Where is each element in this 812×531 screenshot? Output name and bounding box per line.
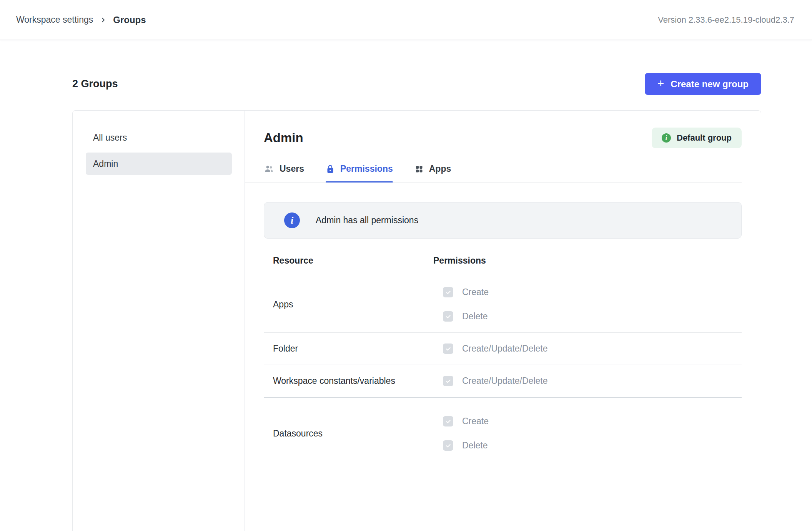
info-icon: i [284, 212, 300, 228]
groups-sidebar: All users Admin [73, 111, 245, 531]
topbar: Workspace settings Groups Version 2.33.6… [0, 0, 812, 40]
permission-label: Create/Update/Delete [462, 343, 547, 354]
grid-icon [414, 164, 424, 174]
resource-label: Apps [264, 299, 433, 310]
groups-page: 2 Groups + Create new group All users Ad… [72, 73, 761, 531]
tab-permissions-label: Permissions [340, 164, 393, 174]
breadcrumb-current-groups: Groups [113, 15, 146, 25]
plus-icon: + [657, 78, 664, 89]
groups-count-heading: 2 Groups [72, 78, 118, 90]
panel-head: Admin i Default group [264, 128, 742, 148]
table-row-datasources: Datasources Create Delete [264, 398, 742, 461]
tab-apps-label: Apps [429, 164, 451, 174]
permission-line: Create [443, 287, 742, 297]
table-row-apps: Apps Create Delete [264, 276, 742, 333]
sidebar-item-label: Admin [93, 159, 118, 169]
permission-label: Create [462, 287, 489, 297]
table-row-folder: Folder Create/Update/Delete [264, 333, 742, 365]
check-icon [445, 443, 451, 449]
resource-column-header: Resource [264, 256, 433, 266]
sidebar-item-label: All users [93, 133, 127, 143]
permissions-table: Resource Permissions Apps Create [264, 256, 742, 461]
permissions-column-header: Permissions [433, 256, 742, 266]
groups-card: All users Admin Admin i Default group [72, 110, 761, 531]
create-new-group-label: Create new group [671, 79, 749, 90]
permission-checkbox-checked-disabled [443, 440, 453, 451]
tab-users[interactable]: Users [264, 164, 304, 182]
default-group-badge: i Default group [652, 128, 742, 148]
permission-line: Create/Update/Delete [443, 376, 742, 386]
tab-apps[interactable]: Apps [414, 164, 451, 182]
check-icon [445, 346, 451, 352]
permission-line: Create/Update/Delete [443, 343, 742, 354]
tab-permissions[interactable]: Permissions [326, 164, 393, 182]
page-head: 2 Groups + Create new group [72, 73, 761, 95]
table-row-workspace-constants: Workspace constants/variables Create/Upd… [264, 365, 742, 398]
permission-label: Create [462, 416, 489, 426]
group-title: Admin [264, 131, 303, 145]
tab-users-label: Users [280, 164, 304, 174]
sidebar-item-all-users[interactable]: All users [86, 126, 232, 149]
table-header-row: Resource Permissions [264, 256, 742, 276]
permission-checkbox-checked-disabled [443, 287, 453, 297]
permission-line: Delete [443, 311, 742, 322]
resource-label: Folder [264, 343, 433, 354]
default-group-badge-label: Default group [677, 133, 732, 143]
permission-group: Create Delete [433, 416, 742, 451]
create-new-group-button[interactable]: + Create new group [645, 73, 761, 95]
users-icon [264, 164, 274, 174]
permission-label: Delete [462, 440, 488, 451]
permission-checkbox-checked-disabled [443, 376, 453, 386]
check-icon [445, 314, 451, 320]
resource-label: Workspace constants/variables [264, 376, 433, 386]
permission-group: Create Delete [433, 287, 742, 322]
permission-checkbox-checked-disabled [443, 416, 453, 426]
permission-label: Create/Update/Delete [462, 376, 547, 386]
permission-checkbox-checked-disabled [443, 311, 453, 322]
chevron-right-icon [100, 17, 106, 23]
group-detail-panel: Admin i Default group [245, 111, 761, 531]
group-tabs: Users Permissions [245, 164, 742, 183]
admin-permissions-banner: i Admin has all permissions [264, 202, 742, 239]
breadcrumb-workspace-settings[interactable]: Workspace settings [16, 15, 93, 25]
permission-label: Delete [462, 311, 488, 322]
permission-line: Delete [443, 440, 742, 451]
permission-group: Create/Update/Delete [433, 376, 742, 386]
check-icon [445, 378, 451, 384]
sidebar-item-admin[interactable]: Admin [86, 153, 232, 175]
banner-text: Admin has all permissions [316, 215, 418, 226]
breadcrumb: Workspace settings Groups [16, 15, 146, 25]
permission-line: Create [443, 416, 742, 426]
lock-icon [326, 164, 335, 174]
permission-group: Create/Update/Delete [433, 343, 742, 354]
check-icon [445, 289, 451, 295]
resource-label: Datasources [264, 428, 433, 439]
check-icon [445, 418, 451, 425]
version-label: Version 2.33.6-ee2.15.19-cloud2.3.7 [658, 15, 794, 25]
permission-checkbox-checked-disabled [443, 343, 453, 354]
info-icon: i [662, 133, 671, 143]
